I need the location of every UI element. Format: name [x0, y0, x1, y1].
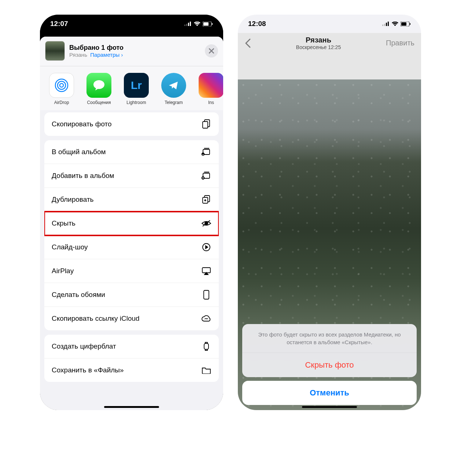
nav-title-group: Рязань Воскресенье 12:25: [296, 36, 341, 50]
svg-point-10: [93, 80, 104, 89]
nav-bar: Рязань Воскресенье 12:25 Править: [238, 33, 421, 54]
nav-subtitle: Воскресенье 12:25: [296, 44, 341, 50]
status-icons: [382, 22, 411, 26]
battery-icon: [401, 22, 411, 26]
action-airplay[interactable]: AirPlay: [44, 259, 219, 283]
params-link[interactable]: Параметры ›: [90, 52, 123, 58]
play-icon: [201, 242, 211, 252]
status-icons: [184, 22, 213, 26]
edit-button[interactable]: Править: [386, 39, 414, 47]
photo-thumbnail[interactable]: [45, 41, 65, 61]
svg-point-8: [58, 81, 66, 89]
app-label: Сообщения: [87, 100, 111, 105]
lightroom-icon: Lr: [124, 73, 149, 98]
app-label: Lightroom: [126, 100, 146, 105]
cancel-button[interactable]: Отменить: [242, 381, 417, 405]
phone-share-sheet: 12:07 Выбрано 1 фото Рязань Параметры ›: [40, 15, 223, 410]
photo-view: Это фото будет скрыто из всех разделов М…: [238, 54, 421, 410]
phone-confirm-hide: 12:08 Рязань Воскресенье 12:25 Править Э…: [238, 15, 421, 410]
actions-list[interactable]: Скопировать фото В общий альбом Добавить…: [40, 110, 223, 410]
action-sheet-group: Это фото будет скрыто из всех разделов М…: [242, 324, 417, 377]
app-airdrop[interactable]: AirDrop: [47, 73, 77, 105]
confirm-action-sheet: Это фото будет скрыто из всех разделов М…: [242, 324, 417, 405]
chevron-left-icon: [244, 38, 251, 48]
svg-rect-22: [204, 290, 209, 299]
messages-icon: [86, 73, 111, 98]
svg-point-14: [203, 153, 203, 154]
svg-rect-24: [382, 25, 383, 26]
status-time: 12:08: [248, 20, 266, 28]
action-label: Добавить в альбом: [52, 172, 114, 180]
action-label: В общий альбом: [52, 148, 106, 156]
action-label: AirPlay: [52, 267, 74, 275]
svg-rect-2: [188, 23, 189, 26]
action-label: Дублировать: [52, 196, 94, 204]
status-bar: 12:08: [238, 15, 421, 33]
action-save-files[interactable]: Сохранить в «Файлы»: [44, 358, 219, 382]
home-indicator[interactable]: [302, 406, 357, 408]
app-telegram[interactable]: Telegram: [159, 73, 189, 105]
share-sheet: Выбрано 1 фото Рязань Параметры › AirDro…: [40, 37, 223, 410]
hide-photo-button[interactable]: Скрыть фото: [242, 353, 417, 377]
wifi-icon: [392, 22, 398, 26]
app-messages[interactable]: Сообщения: [84, 73, 114, 105]
action-label: Сделать обоями: [52, 291, 105, 299]
svg-rect-29: [401, 22, 406, 26]
action-label: Слайд-шоу: [52, 243, 88, 251]
location-label: Рязань: [69, 52, 87, 58]
svg-rect-0: [184, 25, 185, 26]
app-label: AirDrop: [54, 100, 69, 105]
copy-icon: [201, 119, 211, 129]
svg-rect-27: [388, 22, 389, 26]
app-label: Telegram: [165, 100, 182, 105]
wifi-icon: [194, 22, 200, 26]
action-watch-face[interactable]: Создать циферблат: [44, 335, 219, 358]
phone-icon: [201, 290, 211, 300]
app-instagram[interactable]: Ins: [196, 73, 223, 105]
add-album-icon: [201, 171, 211, 181]
action-label: Скрыть: [52, 219, 75, 227]
app-lightroom[interactable]: Lr Lightroom: [121, 73, 151, 105]
svg-point-7: [60, 83, 63, 87]
action-hide[interactable]: Скрыть: [44, 212, 219, 235]
home-indicator[interactable]: [104, 406, 159, 408]
action-duplicate[interactable]: Дублировать: [44, 188, 219, 212]
svg-rect-30: [410, 23, 410, 25]
svg-rect-26: [386, 23, 387, 26]
nav-title: Рязань: [296, 36, 341, 44]
signal-icon: [184, 22, 192, 26]
action-label: Скопировать фото: [52, 120, 112, 128]
svg-rect-25: [384, 24, 385, 26]
app-label: Ins: [208, 100, 214, 105]
action-sheet-message: Это фото будет скрыто из всех разделов М…: [242, 324, 417, 353]
action-label: Создать циферблат: [52, 342, 116, 350]
close-icon: [209, 48, 214, 53]
airplay-icon: [201, 266, 211, 276]
action-copy-photo[interactable]: Скопировать фото: [44, 112, 219, 136]
svg-rect-11: [203, 122, 208, 128]
action-icloud-link[interactable]: Скопировать ссылку iCloud: [44, 307, 219, 330]
sheet-header: Выбрано 1 фото Рязань Параметры ›: [40, 37, 223, 66]
cloud-link-icon: [201, 313, 211, 324]
hide-icon: [201, 218, 211, 228]
action-wallpaper[interactable]: Сделать обоями: [44, 283, 219, 307]
action-label: Скопировать ссылку iCloud: [52, 315, 140, 323]
back-button[interactable]: [244, 38, 251, 48]
sheet-subtitle: Рязань Параметры ›: [69, 52, 200, 58]
action-slideshow[interactable]: Слайд-шоу: [44, 235, 219, 259]
svg-rect-1: [186, 24, 187, 26]
svg-rect-6: [212, 23, 213, 25]
shared-album-icon: [201, 147, 211, 157]
svg-rect-23: [204, 343, 209, 349]
action-label: Сохранить в «Файлы»: [52, 366, 124, 374]
airdrop-icon: [49, 73, 74, 98]
sheet-title: Выбрано 1 фото: [69, 44, 200, 52]
telegram-icon: [161, 73, 186, 98]
signal-icon: [382, 22, 390, 26]
sheet-title-wrap: Выбрано 1 фото Рязань Параметры ›: [69, 44, 200, 58]
action-shared-album[interactable]: В общий альбом: [44, 140, 219, 164]
share-apps-row[interactable]: AirDrop Сообщения Lr Lightroom Telegram: [40, 66, 223, 110]
instagram-icon: [199, 73, 223, 98]
close-button[interactable]: [205, 44, 218, 57]
action-add-album[interactable]: Добавить в альбом: [44, 164, 219, 188]
